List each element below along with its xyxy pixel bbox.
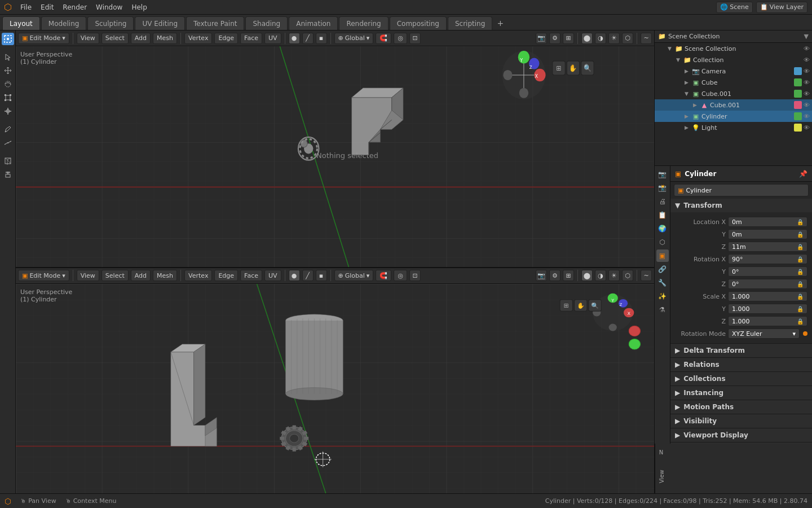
- outliner-item-scene-collection[interactable]: ▼ 📁 Scene Collection 👁: [655, 43, 812, 54]
- prop-icon-output[interactable]: 🖨: [656, 195, 669, 208]
- outliner-item-cube001[interactable]: ▼ ▣ Cube.001 👁: [655, 88, 812, 99]
- bottom-render-wire[interactable]: ⬡: [622, 270, 633, 281]
- snap-btn[interactable]: 🧲: [376, 33, 391, 44]
- outliner-item-cube[interactable]: ▶ ▣ Cube 👁: [655, 77, 812, 88]
- tab-shading[interactable]: Shading: [245, 16, 288, 30]
- view-layer-selector[interactable]: 📋 View Layer: [756, 2, 807, 13]
- prop-icon-scene2[interactable]: 🌍: [656, 222, 669, 235]
- tab-layout[interactable]: Layout: [2, 16, 40, 30]
- tab-modeling[interactable]: Modeling: [41, 16, 87, 30]
- scale-z-field[interactable]: 1.000 🔒: [728, 316, 807, 326]
- menu-render[interactable]: Render: [58, 0, 91, 15]
- prop-icon-world[interactable]: ⬡: [656, 236, 669, 248]
- tab-sculpting[interactable]: Sculpting: [87, 16, 134, 30]
- rotation-mode-dropdown[interactable]: XYZ Euler ▾: [728, 329, 800, 339]
- menu-window[interactable]: Window: [91, 0, 127, 15]
- face-menu[interactable]: Face: [240, 33, 262, 44]
- scale-x-lock[interactable]: 🔒: [797, 294, 804, 300]
- location-x-lock[interactable]: 🔒: [797, 219, 804, 225]
- rotation-x-lock[interactable]: 🔒: [797, 256, 804, 262]
- cube001-vis-icon[interactable]: 👁: [804, 90, 812, 98]
- bottom-vertex-mode[interactable]: ●: [289, 270, 300, 281]
- prop-icon-object[interactable]: ▣: [656, 249, 669, 262]
- bottom-edge-menu[interactable]: Edge: [214, 270, 238, 281]
- overlay-controls[interactable]: ⊡: [409, 33, 421, 44]
- uv-menu[interactable]: UV: [264, 33, 281, 44]
- camera-vis-icon[interactable]: 👁: [804, 68, 812, 75]
- tool-measure[interactable]: [2, 137, 14, 149]
- select-menu[interactable]: Select: [102, 33, 129, 44]
- scale-y-field[interactable]: 1.000 🔒: [728, 304, 807, 314]
- rotation-z-field[interactable]: 0° 🔒: [728, 279, 807, 289]
- scene-vis-icon[interactable]: 👁: [804, 45, 812, 52]
- tab-texture-paint[interactable]: Texture Paint: [186, 16, 244, 30]
- bottom-face-mode[interactable]: ▪: [316, 270, 327, 281]
- outliner-item-light[interactable]: ▶ 💡 Light 👁: [655, 122, 812, 133]
- tab-scripting[interactable]: Scripting: [448, 16, 492, 30]
- add-workspace-tab[interactable]: +: [493, 16, 507, 30]
- cube001mesh-vis-icon[interactable]: 👁: [804, 102, 812, 109]
- vertex-mode-icon[interactable]: ●: [289, 33, 300, 44]
- bottom-overlay-controls[interactable]: ⊡: [409, 270, 421, 281]
- prop-icon-scene[interactable]: 📷: [656, 168, 669, 181]
- motion-paths-header[interactable]: ▶ Motion Paths: [670, 400, 812, 414]
- delta-transform-header[interactable]: ▶ Delta Transform: [670, 344, 812, 357]
- location-y-lock[interactable]: 🔒: [797, 231, 804, 238]
- menu-file[interactable]: File: [16, 0, 36, 15]
- bottom-mesh-menu[interactable]: Mesh: [153, 270, 177, 281]
- render-mode-material[interactable]: ◑: [595, 33, 606, 44]
- prop-icon-physics[interactable]: ⚗: [656, 304, 669, 316]
- visibility-header[interactable]: ▶ Visibility: [670, 414, 812, 428]
- tool-extrude[interactable]: [2, 168, 14, 181]
- menu-help[interactable]: Help: [127, 0, 151, 15]
- tool-rotate[interactable]: [2, 78, 14, 90]
- custom-properties-header[interactable]: ▶ Custom Properties: [670, 443, 812, 444]
- right-tool-view[interactable]: View: [655, 459, 668, 493]
- viewport-bottom-mode-selector[interactable]: ▣ Edit Mode ▾: [18, 270, 69, 281]
- light-vis-icon[interactable]: 👁: [804, 124, 812, 132]
- instancing-header[interactable]: ▶ Instancing: [670, 386, 812, 400]
- transform-space[interactable]: ⊕ Global ▾: [334, 33, 374, 44]
- rotation-mode-dot[interactable]: [803, 331, 807, 336]
- viewport-overlays[interactable]: ⊞: [563, 33, 574, 44]
- bottom-cameras[interactable]: 📷: [536, 270, 547, 281]
- tab-uv-editing[interactable]: UV Editing: [135, 16, 185, 30]
- statistics-toggle[interactable]: ~: [641, 33, 652, 44]
- location-x-field[interactable]: 0m 🔒: [728, 217, 807, 227]
- viewport-gizmos[interactable]: ⚙: [549, 33, 561, 44]
- outliner-item-collection[interactable]: ▼ 📁 Collection 👁: [655, 54, 812, 65]
- proportional-btn[interactable]: ◎: [394, 33, 407, 44]
- viewport-top[interactable]: ▣ Edit Mode ▾ View Select Add Mesh Verte…: [16, 30, 654, 268]
- render-mode-solid[interactable]: ⬤: [581, 33, 593, 44]
- scale-z-lock[interactable]: 🔒: [797, 318, 804, 325]
- bottom-face-menu[interactable]: Face: [240, 270, 262, 281]
- edge-mode-icon[interactable]: ╱: [302, 33, 314, 44]
- prop-icon-constraints[interactable]: 🔗: [656, 263, 669, 275]
- tool-move[interactable]: [2, 64, 14, 77]
- render-mode-wire[interactable]: ⬡: [622, 33, 633, 44]
- scale-y-lock[interactable]: 🔒: [797, 306, 804, 312]
- mesh-menu[interactable]: Mesh: [153, 33, 177, 44]
- tab-rendering[interactable]: Rendering: [339, 16, 388, 30]
- tool-scale[interactable]: [2, 91, 14, 104]
- menu-edit[interactable]: Edit: [36, 0, 58, 15]
- cube-vis-icon[interactable]: 👁: [804, 79, 812, 86]
- prop-icon-render[interactable]: 📸: [656, 182, 669, 194]
- tool-cursor[interactable]: [2, 51, 14, 63]
- vertex-menu[interactable]: Vertex: [184, 33, 212, 44]
- outliner-filter-icon[interactable]: ▼: [804, 33, 809, 40]
- bottom-gizmos[interactable]: ⚙: [549, 270, 561, 281]
- scene-selector[interactable]: 🌐 Scene: [716, 2, 753, 13]
- viewport-display-header[interactable]: ▶ Viewport Display: [670, 428, 812, 442]
- tool-annotate[interactable]: [2, 123, 14, 135]
- prop-icon-particles[interactable]: ✨: [656, 290, 669, 303]
- tab-animation[interactable]: Animation: [289, 16, 338, 30]
- bottom-render-rendered[interactable]: ☀: [608, 270, 620, 281]
- view-menu[interactable]: View: [77, 33, 99, 44]
- bottom-render-material[interactable]: ◑: [595, 270, 606, 281]
- relations-header[interactable]: ▶ Relations: [670, 358, 812, 371]
- viewport-cameras[interactable]: 📷: [536, 33, 547, 44]
- viewport-bottom[interactable]: ▣ Edit Mode ▾ View Select Add Mesh Verte…: [16, 268, 654, 493]
- bottom-snap-btn[interactable]: 🧲: [376, 270, 391, 281]
- tab-compositing[interactable]: Compositing: [390, 16, 447, 30]
